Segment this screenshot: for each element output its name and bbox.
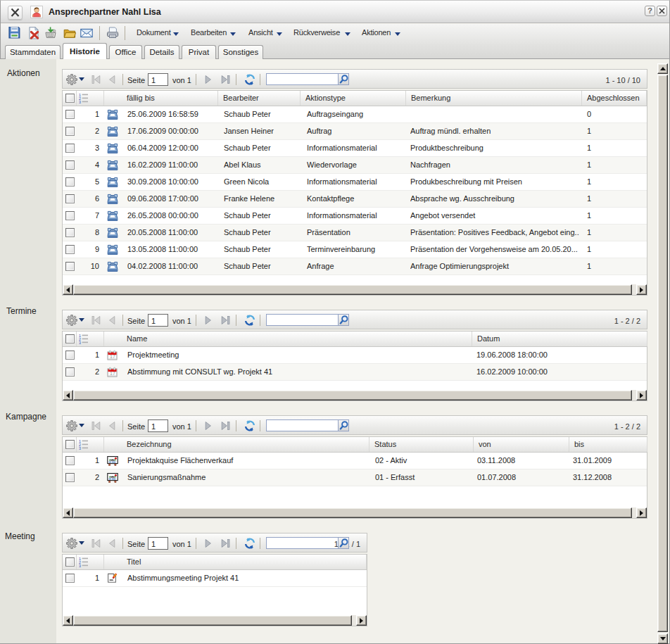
svg-text:3: 3 [79,341,81,345]
svg-text:3: 3 [79,100,81,104]
svg-text:17: 17 [110,371,115,376]
svg-text:3: 3 [79,446,81,450]
svg-text:3: 3 [79,564,81,568]
svg-text:17: 17 [110,354,115,359]
